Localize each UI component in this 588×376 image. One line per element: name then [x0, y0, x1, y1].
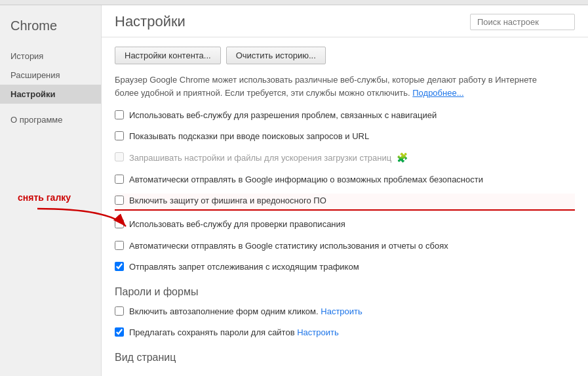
- checkbox-nav-service-label: Использовать веб-службу для разрешения п…: [129, 110, 437, 121]
- settings-content: Настройки контента... Очистить историю..…: [102, 37, 588, 376]
- checkbox-save-passwords-label: Предлагать сохранять пароли для сайтов Н…: [129, 327, 339, 339]
- sidebar-item-history[interactable]: История: [0, 47, 101, 66]
- checkbox-do-not-track: Отправлять запрет отслеживания с исходящ…: [115, 260, 575, 274]
- services-section: снять галку Использовать веб-слу: [115, 108, 575, 364]
- checkbox-usage-stats: Автоматически отправлять в Google статис…: [115, 239, 575, 253]
- sidebar: Chrome История Расширения Настройки О пр…: [0, 5, 102, 376]
- sidebar-item-settings[interactable]: Настройки: [0, 85, 101, 104]
- page-title: Настройки: [115, 13, 186, 30]
- section-pageview-title: Вид страниц: [115, 352, 575, 364]
- checkbox-usage-stats-input[interactable]: [115, 241, 124, 250]
- search-input[interactable]: [470, 14, 575, 30]
- sidebar-item-extensions[interactable]: Расширения: [0, 66, 101, 85]
- checkbox-hints-input[interactable]: [115, 131, 124, 140]
- clear-history-button[interactable]: Очистить историю...: [226, 47, 326, 64]
- checkbox-preload-label: Запрашивать настройки и файлы для ускоре…: [129, 152, 408, 165]
- section-passwords-title: Пароли и формы: [115, 286, 575, 298]
- checkbox-spellcheck-label: Использовать веб-службу для проверки пра…: [129, 219, 345, 230]
- checkbox-nav-service: Использовать веб-службу для разрешения п…: [115, 108, 575, 123]
- checkbox-preload-input: [115, 152, 124, 161]
- checkbox-autofill-label: Включить автозаполнение форм одним клико…: [129, 306, 363, 318]
- checkbox-autofill: Включить автозаполнение форм одним клико…: [115, 304, 575, 319]
- checkbox-do-not-track-input[interactable]: [115, 262, 124, 271]
- checkbox-hints-label: Показывать подсказки при вводе поисковых…: [129, 131, 369, 142]
- checkbox-phishing-label: Включить защиту от фишинга и вредоносног…: [129, 195, 326, 207]
- checkbox-save-passwords: Предлагать сохранять пароли для сайтов Н…: [115, 325, 575, 340]
- checkbox-security-report-label: Автоматически отправлять в Google информ…: [129, 174, 483, 186]
- checkbox-save-passwords-input[interactable]: [115, 327, 124, 337]
- checkbox-phishing: Включить защиту от фишинга и вредоносног…: [115, 194, 575, 211]
- main-content: Настройки Настройки контента... Очистить…: [102, 5, 588, 376]
- checkbox-do-not-track-label: Отправлять запрет отслеживания с исходящ…: [129, 261, 359, 273]
- save-passwords-configure-link[interactable]: Настроить: [297, 327, 339, 337]
- checkbox-phishing-input[interactable]: [115, 196, 124, 205]
- app-title: Chrome: [0, 12, 101, 47]
- checkbox-hints: Показывать подсказки при вводе поисковых…: [115, 129, 575, 144]
- checkbox-preload: Запрашивать настройки и файлы для ускоре…: [115, 150, 575, 166]
- checkbox-security-report: Автоматически отправлять в Google информ…: [115, 173, 575, 187]
- page-header: Настройки: [102, 5, 588, 37]
- puzzle-icon: 🧩: [397, 152, 408, 165]
- checkbox-spellcheck: Использовать веб-службу для проверки пра…: [115, 217, 575, 232]
- info-link[interactable]: Подробнее...: [412, 88, 463, 98]
- checkbox-usage-stats-label: Автоматически отправлять в Google статис…: [129, 240, 448, 252]
- info-text: Браузер Google Chrome может использовать…: [115, 73, 560, 99]
- info-text-content: Браузер Google Chrome может использовать…: [115, 75, 537, 98]
- action-buttons: Настройки контента... Очистить историю..…: [115, 47, 575, 64]
- checkbox-spellcheck-input[interactable]: [115, 219, 124, 228]
- checkbox-autofill-input[interactable]: [115, 306, 124, 316]
- annotation-label: снять галку: [18, 192, 71, 203]
- checkbox-security-report-input[interactable]: [115, 175, 124, 184]
- sidebar-item-about[interactable]: О программе: [0, 110, 101, 129]
- content-settings-button[interactable]: Настройки контента...: [115, 47, 221, 64]
- autofill-configure-link[interactable]: Настроить: [321, 306, 363, 316]
- checkbox-nav-service-input[interactable]: [115, 110, 124, 119]
